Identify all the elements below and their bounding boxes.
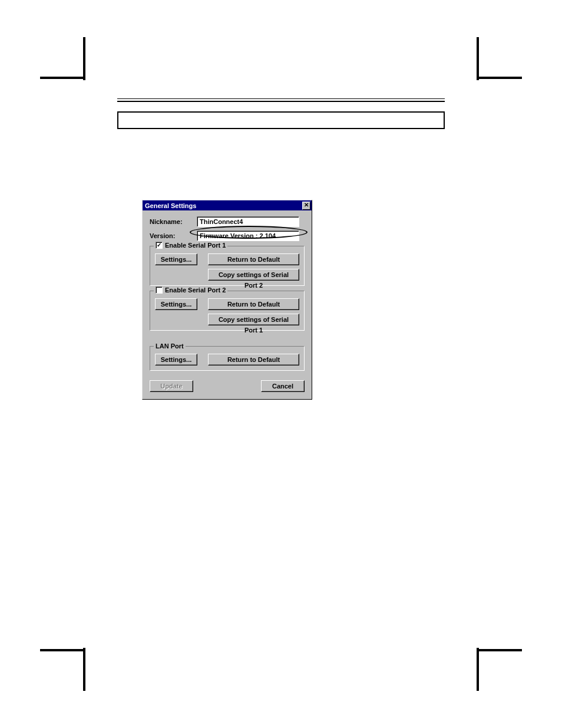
lan-port-group: LAN Port Settings... Return to Default [150, 346, 305, 371]
cropmark [40, 649, 85, 651]
header-box [117, 111, 445, 129]
enable-port1-checkbox[interactable] [156, 242, 163, 249]
port1-settings-button[interactable]: Settings... [155, 253, 197, 265]
header-divider-thick [117, 101, 445, 102]
update-button[interactable]: Update [150, 380, 193, 392]
cropmark [40, 77, 85, 79]
serial-port-2-group: Enable Serial Port 2 Settings... Return … [150, 291, 305, 331]
cropmark [477, 37, 479, 80]
nickname-label: Nickname: [150, 218, 197, 225]
port1-return-default-button[interactable]: Return to Default [208, 253, 299, 265]
lan-settings-button[interactable]: Settings... [155, 354, 197, 365]
cropmark [83, 37, 85, 80]
lan-legend: LAN Port [156, 342, 184, 350]
header-divider-thin [117, 98, 445, 99]
serial-port-1-group: Enable Serial Port 1 Settings... Return … [150, 246, 305, 286]
version-label: Version: [150, 232, 197, 239]
titlebar[interactable]: General Settings ✕ [143, 200, 312, 210]
cropmark [477, 77, 522, 79]
enable-port2-checkbox[interactable] [156, 286, 163, 294]
cancel-button[interactable]: Cancel [261, 380, 305, 392]
general-settings-dialog: General Settings ✕ Nickname: Version: Fi… [142, 200, 312, 400]
port1-legend: Enable Serial Port 1 [165, 242, 226, 249]
version-readout: Firmware Version : 2.104 [PD10] [197, 230, 299, 241]
port1-copy-settings-button[interactable]: Copy settings of Serial Port 2 [208, 269, 299, 281]
cropmark [83, 648, 85, 691]
port2-settings-button[interactable]: Settings... [155, 298, 197, 310]
cropmark [477, 649, 522, 651]
port2-copy-settings-button[interactable]: Copy settings of Serial Port 1 [208, 314, 299, 325]
close-icon[interactable]: ✕ [302, 202, 310, 210]
nickname-input[interactable] [197, 216, 299, 227]
lan-return-default-button[interactable]: Return to Default [208, 354, 299, 365]
port2-legend: Enable Serial Port 2 [165, 286, 226, 294]
cropmark [477, 648, 479, 691]
port2-return-default-button[interactable]: Return to Default [208, 298, 299, 310]
dialog-title: General Settings [145, 202, 196, 209]
